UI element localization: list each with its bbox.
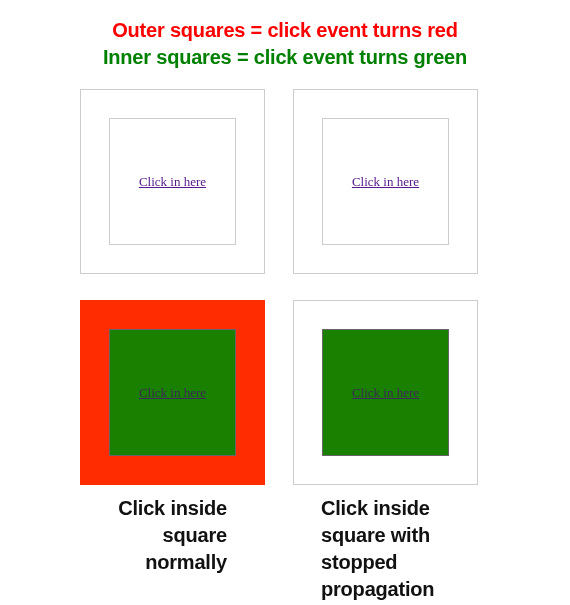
click-link-2[interactable]: Click in here — [352, 174, 419, 190]
click-link-4[interactable]: Click in here — [352, 385, 419, 401]
heading-outer: Outer squares = click event turns red — [20, 19, 550, 42]
click-link-3[interactable]: Click in here — [139, 385, 206, 401]
outer-square-3[interactable]: Click in here — [80, 300, 265, 485]
inner-square-4[interactable]: Click in here — [322, 329, 449, 456]
outer-square-4[interactable]: Click in here — [293, 300, 478, 485]
heading-inner: Inner squares = click event turns green — [20, 46, 550, 69]
cell-bottom-right: Click in here Click inside square with s… — [293, 300, 490, 603]
click-link-1[interactable]: Click in here — [139, 174, 206, 190]
cell-top-right: Click in here — [293, 89, 490, 274]
cell-top-left: Click in here — [80, 89, 277, 274]
caption-normal: Click inside square normally — [80, 495, 277, 576]
outer-square-1[interactable]: Click in here — [80, 89, 265, 274]
inner-square-2[interactable]: Click in here — [322, 118, 449, 245]
headings: Outer squares = click event turns red In… — [20, 19, 550, 69]
inner-square-1[interactable]: Click in here — [109, 118, 236, 245]
squares-grid: Click in here Click in here Click in her… — [20, 89, 550, 603]
cell-bottom-left: Click in here Click inside square normal… — [80, 300, 277, 603]
caption-stopped: Click inside square with stopped propaga… — [293, 495, 490, 603]
outer-square-2[interactable]: Click in here — [293, 89, 478, 274]
inner-square-3[interactable]: Click in here — [109, 329, 236, 456]
